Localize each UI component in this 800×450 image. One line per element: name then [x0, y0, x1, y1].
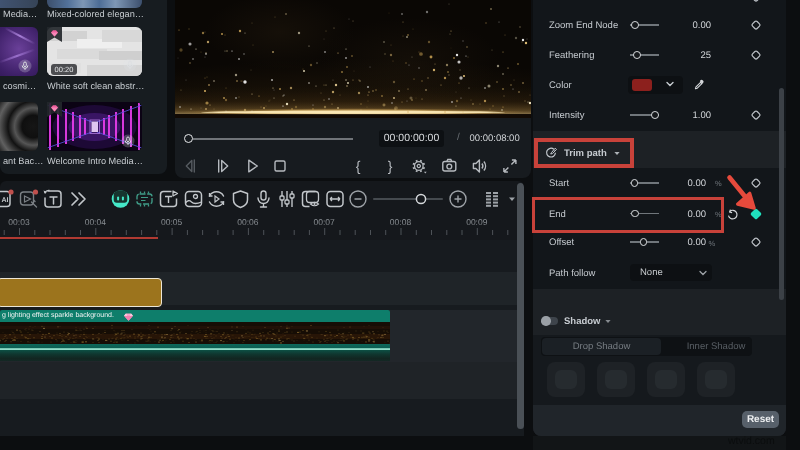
svg-text:00:05: 00:05 [161, 217, 183, 227]
svg-text:00:03: 00:03 [8, 217, 30, 227]
svg-text:AI: AI [2, 197, 9, 204]
svg-text:00:04: 00:04 [85, 217, 107, 227]
svg-text:00:06: 00:06 [237, 217, 259, 227]
svg-text:00:08: 00:08 [390, 217, 412, 227]
svg-text:}: } [388, 158, 393, 174]
svg-text:{: { [356, 158, 361, 174]
svg-text:00:09: 00:09 [466, 217, 488, 227]
svg-text:00:07: 00:07 [314, 217, 336, 227]
